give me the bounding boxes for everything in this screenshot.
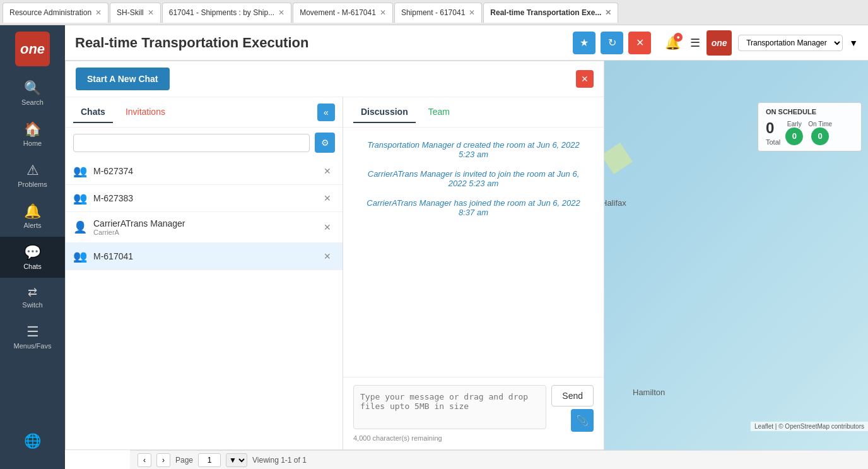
remove-chat-button[interactable]: ✕: [320, 221, 335, 234]
sidebar-item-menus[interactable]: ☰ Menus/Favs: [0, 316, 65, 357]
tab-bar: Resource Administration ✕ SH-Skill ✕ 617…: [0, 0, 868, 25]
filter-button[interactable]: ⚙: [315, 133, 335, 153]
message-input[interactable]: [353, 385, 546, 429]
schedule-title: ON SCHEDULE: [766, 108, 853, 116]
globe-icon: 🌐: [24, 433, 41, 449]
group-icon: 👥: [73, 164, 87, 178]
chevron-down-icon: ▼: [849, 38, 858, 48]
tab-shipment[interactable]: Shipment - 617041 ✕: [394, 3, 482, 23]
send-area: Send 📎: [551, 385, 594, 432]
menu-button[interactable]: ☰: [690, 36, 700, 50]
svg-text:Hamilton: Hamilton: [633, 388, 665, 397]
tab-close-icon[interactable]: ✕: [278, 8, 284, 17]
schedule-ontime-section: On Time 0: [808, 121, 832, 145]
tab-close-icon[interactable]: ✕: [380, 8, 386, 17]
list-item[interactable]: 👤 CarrierATrans Manager CarrierA ✕: [66, 212, 343, 243]
chat-item-label: M-617041: [93, 251, 320, 261]
list-item[interactable]: 👥 M-627383 ✕: [66, 185, 343, 212]
chat-left-panel: Chats Invitations « ⚙ 👥 M-627374 ✕ 👥 M: [66, 97, 343, 449]
close-page-button[interactable]: ✕: [628, 32, 651, 54]
remove-chat-button[interactable]: ✕: [320, 192, 335, 205]
one-logo-small: one: [707, 30, 732, 56]
tab-close-icon[interactable]: ✕: [605, 8, 611, 17]
sidebar-item-chats[interactable]: 💬 Chats: [0, 237, 65, 278]
tab-rte[interactable]: Real-time Transportation Exe... ✕: [483, 3, 618, 23]
tab-close-icon[interactable]: ✕: [148, 8, 154, 17]
page-prev-button[interactable]: ‹: [138, 453, 151, 467]
chat-search-input[interactable]: [73, 134, 310, 152]
page-title: Real-time Transportation Execution: [75, 35, 573, 51]
chat-item-label: M-627383: [93, 193, 320, 203]
filter-icon: ⚙: [321, 138, 329, 148]
switch-icon: ⇄: [28, 285, 37, 299]
tab-label: Resource Administration: [9, 8, 91, 17]
chat-body: Chats Invitations « ⚙ 👥 M-627374 ✕ 👥 M: [66, 97, 604, 449]
tab-team[interactable]: Team: [421, 102, 457, 123]
tab-shipments[interactable]: 617041 - Shipments : by Ship... ✕: [162, 3, 291, 23]
page-title-bar: Real-time Transportation Execution ★ ↻ ✕…: [65, 25, 868, 61]
tab-sh-skill[interactable]: SH-Skill ✕: [110, 3, 161, 23]
collapse-button[interactable]: «: [317, 104, 335, 121]
schedule-widget: ON SCHEDULE 0 Total Early 0 On Time 0: [758, 102, 862, 151]
system-message: Transportation Manager d created the roo…: [358, 140, 589, 159]
star-button[interactable]: ★: [573, 32, 595, 54]
sidebar: one 🔍 Search 🏠 Home ⚠ Problems 🔔 Alerts …: [0, 25, 65, 469]
title-actions: ★ ↻ ✕: [573, 32, 651, 54]
leaflet-credit: Leaflet | © OpenStreetMap contributors: [751, 422, 868, 431]
system-message: CarrierATrans Manager has joined the roo…: [358, 198, 589, 217]
schedule-early-section: Early 0: [785, 121, 803, 145]
remove-chat-button[interactable]: ✕: [320, 250, 335, 263]
tab-label: Shipment - 617041: [401, 8, 465, 17]
chat-input-row: Send 📎: [353, 385, 594, 432]
sidebar-item-globe[interactable]: 🌐: [24, 425, 41, 459]
tab-chats[interactable]: Chats: [73, 102, 113, 123]
attach-icon: 📎: [576, 415, 589, 427]
page-label: Page: [175, 456, 193, 465]
chat-left-tabs: Chats Invitations «: [66, 97, 343, 128]
chat-messages: Transportation Manager d created the roo…: [343, 128, 604, 377]
list-item[interactable]: 👥 M-627374 ✕: [66, 158, 343, 185]
send-button[interactable]: Send: [551, 385, 594, 407]
chat-modal-header: Start A New Chat ✕: [66, 61, 604, 97]
sidebar-item-alerts[interactable]: 🔔 Alerts: [0, 196, 65, 237]
tab-discussion[interactable]: Discussion: [353, 102, 416, 123]
refresh-button[interactable]: ↻: [601, 32, 623, 54]
tab-close-icon[interactable]: ✕: [469, 8, 475, 17]
tab-resource-administration[interactable]: Resource Administration ✕: [3, 3, 108, 23]
page-size-select[interactable]: ▼: [226, 453, 247, 467]
schedule-ontime-badge: 0: [811, 128, 829, 145]
alerts-icon: 🔔: [24, 203, 41, 220]
chat-right-tabs: Discussion Team: [343, 97, 604, 128]
sidebar-item-home[interactable]: 🏠 Home: [0, 114, 65, 155]
page-next-button[interactable]: ›: [156, 453, 170, 467]
tab-label: SH-Skill: [117, 8, 144, 17]
list-item[interactable]: 👥 M-617041 ✕: [66, 243, 343, 270]
tab-invitations[interactable]: Invitations: [118, 102, 173, 123]
schedule-total-label: Total: [766, 138, 780, 146]
remove-chat-button[interactable]: ✕: [320, 165, 335, 177]
chat-item-sub: CarrierA: [93, 229, 320, 236]
chat-list: 👥 M-627374 ✕ 👥 M-627383 ✕ 👤 CarrierATran…: [66, 158, 343, 449]
tab-close-icon[interactable]: ✕: [95, 8, 102, 17]
notification-badge: ●: [674, 33, 683, 42]
sidebar-item-search[interactable]: 🔍 Search: [0, 73, 65, 114]
sidebar-item-switch[interactable]: ⇄ Switch: [0, 278, 65, 316]
tab-movement[interactable]: Movement - M-617041 ✕: [293, 3, 393, 23]
tab-label: Real-time Transportation Exe...: [490, 8, 601, 17]
svg-text:Halifax: Halifax: [601, 198, 626, 208]
schedule-row: 0 Total Early 0 On Time 0: [766, 119, 853, 146]
system-message: CarrierATrans Manager is invited to join…: [358, 169, 589, 188]
page-input[interactable]: [198, 453, 221, 467]
group-icon: 👥: [73, 249, 87, 263]
user-role-select[interactable]: Transportation Manager: [738, 35, 843, 51]
notification-button[interactable]: 🔔 ●: [661, 32, 684, 54]
new-chat-button[interactable]: Start A New Chat: [76, 68, 170, 90]
attach-button[interactable]: 📎: [571, 409, 594, 432]
chat-item-label: CarrierATrans Manager: [93, 218, 320, 229]
bottom-bar: ‹ › Page ▼ Viewing 1-1 of 1: [130, 450, 868, 469]
problems-icon: ⚠: [26, 162, 39, 179]
close-modal-button[interactable]: ✕: [576, 70, 594, 88]
sidebar-item-problems[interactable]: ⚠ Problems: [0, 155, 65, 196]
chats-icon: 💬: [24, 244, 41, 261]
schedule-total-section: 0 Total: [766, 119, 780, 146]
